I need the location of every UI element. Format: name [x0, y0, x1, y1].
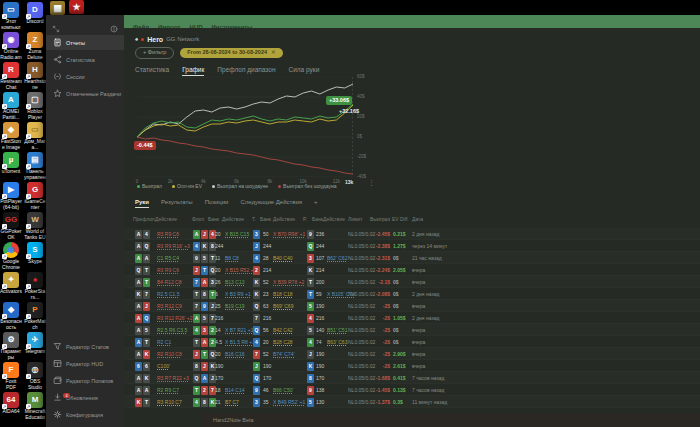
desktop-icon-c1-9[interactable]: ◉↗Google Chrome: [0, 242, 22, 271]
legend-item-3[interactable]: Выиграл на шоудауне: [212, 183, 268, 189]
turn-card: 7: [253, 312, 261, 324]
hand-row-3[interactable]: AAC1 R5 C495T11B8 C8428B40 C403107B62' C…: [124, 252, 700, 264]
desktop-icon-c1-2[interactable]: ◉↗Online Radio.amp...: [0, 32, 22, 61]
desktop-icon-c1-6[interactable]: µ↗uTorrent: [0, 152, 22, 175]
desktop-icon-c2-13[interactable]: ◎↗OBS Studio: [24, 362, 46, 391]
hand-row-4[interactable]: QTR3 R9 C6JTQ20X B15 R52 +22214K214NL0.0…: [124, 264, 700, 276]
table-tab-4[interactable]: Следующие Действия: [240, 199, 302, 208]
desktop-icon-c2-2[interactable]: Z↗Zuma Deluxe: [24, 32, 46, 61]
column-header-9[interactable]: Р.: [303, 216, 307, 222]
column-header-10[interactable]: Банк: [312, 216, 323, 222]
hand-row-12[interactable]: 66C100'8JK190J190K190NL0.05/0.02-2$2.61$…: [124, 360, 700, 372]
desktop-icon-c1-13[interactable]: F↗Foxit PDF Reader: [0, 362, 22, 391]
shortcut-arrow-icon: ↗: [26, 404, 31, 409]
column-header-1[interactable]: Префлоп: [133, 216, 155, 222]
desktop-icon-c2-3[interactable]: H↗Hearthstone: [24, 62, 46, 91]
legend-item-1[interactable]: Выиграл: [137, 183, 162, 189]
sidebar-bottom-item-3[interactable]: Редактор Попапов: [46, 373, 124, 388]
preflop-actions: R3 R12 C9: [157, 300, 182, 312]
desktop-icon-c2-9[interactable]: S↗Skype: [24, 242, 46, 265]
flop-pot: 21: [215, 396, 221, 408]
sidebar-item-3[interactable]: Сессии: [46, 69, 124, 84]
hole-cards: AA: [135, 252, 151, 264]
sidebar-bottom-item-1[interactable]: Редактор Статов: [46, 339, 124, 354]
date-filter-pill[interactable]: From 28-08-2024 to 30-08-2024 ✕: [180, 48, 282, 58]
chart-more-icon[interactable]: ⋮: [368, 179, 375, 187]
hand-row-7[interactable]: AJR3 R12 C979J25B19 C19Q63B69' C695190NL…: [124, 300, 700, 312]
sidebar-bottom-item-5[interactable]: Конфигурация: [46, 407, 124, 422]
river-card: 5: [307, 324, 315, 336]
ev-diff: 0$: [393, 288, 399, 300]
hand-row-15[interactable]: KTR3 R10 C748K21B7 C7335X B49 R52' +1513…: [124, 396, 700, 408]
remove-filter-icon[interactable]: ✕: [271, 50, 276, 56]
column-header-14[interactable]: ↓ EV Diff.: [388, 216, 409, 222]
hand-row-5[interactable]: ATB4 R12 C87A326B13 C13K52X B39 R78 +2T2…: [124, 276, 700, 288]
column-header-5[interactable]: Действие: [222, 216, 244, 222]
hole-cards: A4: [135, 228, 151, 240]
desktop-icon-c1-7[interactable]: ▶↗PotPlayer (64-bit): [0, 182, 22, 211]
desktop-icon-c1-14[interactable]: 64↗AIDA64: [0, 392, 22, 415]
desktop-icon-c1-4[interactable]: A↗AOMEI Partiti...: [0, 92, 22, 121]
hand-row-13[interactable]: AKR3 R7 R22 +3QAJ170Q1708170NL0.05/0.02-…: [124, 372, 700, 384]
desktop-icon-c2-7[interactable]: G↗iGameCenter: [24, 182, 46, 211]
desktop-icon-c1-3[interactable]: R↗Restream Chat: [0, 62, 22, 91]
column-header-2[interactable]: Действие: [155, 216, 177, 222]
column-header-4[interactable]: Банк: [208, 216, 219, 222]
desktop-icon-c1-5[interactable]: ◈↗FastStone Image Viewer: [0, 122, 22, 151]
desktop-icon-c1-10[interactable]: ✦↗Activators: [0, 272, 22, 295]
desktop-icon-c2-8[interactable]: W↗World of Tanks EU: [24, 212, 46, 241]
desktop-icon-c2-4[interactable]: ▢↗Roblox Player: [24, 92, 46, 121]
desktop-icon-c2-1[interactable]: D↗Discord: [24, 2, 46, 25]
column-header-6[interactable]: Т.: [252, 216, 256, 222]
turn-pot: 28: [263, 252, 269, 264]
app-icon: ◉↗: [3, 32, 19, 48]
hand-row-14[interactable]: AAR2 R9 C7T2718B14 C14946B66 C50'9138NL0…: [124, 384, 700, 396]
column-header-11[interactable]: Действие: [323, 216, 345, 222]
preflop-actions: R2.5 R6 C3.5: [157, 324, 187, 336]
add-filter-button[interactable]: + Фильтр: [135, 47, 174, 59]
legend-item-4[interactable]: Выиграл без шоудауна: [278, 183, 336, 189]
desktop-icon-c1-1[interactable]: ▭↗Этот компьютер: [0, 2, 22, 31]
hand-row-6[interactable]: K7R2.5 C1.5T8T6X B3 R9 +1K23B18 C18T59X …: [124, 288, 700, 300]
desktop-icon-c2-6[interactable]: ▤↗Панель управления: [24, 152, 46, 181]
desktop-top-icon-2[interactable]: ★: [69, 0, 84, 14]
hand-row-1[interactable]: A4R3 R9 C6AJ420X B15 C15350X B70 R98' +1…: [124, 228, 700, 240]
y-axis-tick: 20$: [357, 114, 365, 119]
desktop-icon-c1-8[interactable]: GG↗GGPokerOK: [0, 212, 22, 241]
hand-row-11[interactable]: AKR2 R10 C8JTQ20B16 C16752B74' C74'J190N…: [124, 348, 700, 360]
desktop-icon-c2-11[interactable]: P↗PokerMatch: [24, 302, 46, 331]
desktop-icon-c1-11[interactable]: ◆↗Безопасность Windows: [0, 302, 22, 331]
desktop-icon-c2-5[interactable]: ▭↗Дом_Мага...: [24, 122, 46, 151]
hand-row-2[interactable]: AQR3 R9 R16' +34K8244J244Q244NL0.05/0.02…: [124, 240, 700, 252]
legend-item-2[interactable]: Олл-ин EV: [172, 183, 202, 189]
table-tab-1[interactable]: Руки: [135, 199, 149, 208]
hand-row-10[interactable]: ATR2 C1TA24.5X B1.5 R8 +1420B28 C28474B6…: [124, 336, 700, 348]
report-content: ♠ Hero GG Network + Фильтр From 28-08-20…: [124, 28, 700, 413]
sidebar-bottom-item-2[interactable]: Редактор HUD: [46, 356, 124, 371]
desktop-icon-c2-12[interactable]: ✈↗Telegram: [24, 332, 46, 355]
sidebar-item-2[interactable]: Статистика: [46, 52, 124, 67]
flop-actions: B19 C19: [225, 300, 244, 312]
sidebar-item-4[interactable]: Отмеченные Раздачи: [46, 86, 124, 101]
shortcut-arrow-icon: ↗: [2, 44, 7, 49]
column-header-12[interactable]: Лимит: [348, 216, 363, 222]
sidebar-item-1[interactable]: Отчеты: [46, 35, 124, 50]
sidebar-bottom-item-4[interactable]: 4Обновления: [46, 390, 124, 405]
table-tab-2[interactable]: Результаты: [161, 199, 193, 208]
app-label: PokerMatch: [24, 319, 46, 331]
add-tab-button[interactable]: +: [314, 199, 318, 208]
desktop-top-icon-1[interactable]: ▦: [50, 1, 65, 15]
hand-date: вчера: [412, 264, 425, 276]
desktop-icon-c2-14[interactable]: M↗Minecraft Education: [24, 392, 46, 421]
desktop-icon-c1-12[interactable]: ⚙↗Параметры: [0, 332, 22, 361]
column-header-3[interactable]: Флоп: [192, 216, 204, 222]
column-header-8[interactable]: Действие: [273, 216, 295, 222]
desktop-icon-c2-10[interactable]: ♠↗PokerStars...: [24, 272, 46, 301]
hand-row-8[interactable]: AQR3 R12 R26' +2A5721672164216NL0.05/0.0…: [124, 312, 700, 324]
column-header-7[interactable]: Банк: [260, 216, 271, 222]
column-header-15[interactable]: Дата: [412, 216, 423, 222]
table-tab-3[interactable]: Позиции: [205, 199, 229, 208]
sidebar-item-label: Конфигурация: [66, 412, 103, 418]
shortcut-arrow-icon: ↗: [2, 344, 7, 349]
hand-row-9[interactable]: A5R2.5 R6 C3.543214X B7 R21 +1Q56B42 C42…: [124, 324, 700, 336]
